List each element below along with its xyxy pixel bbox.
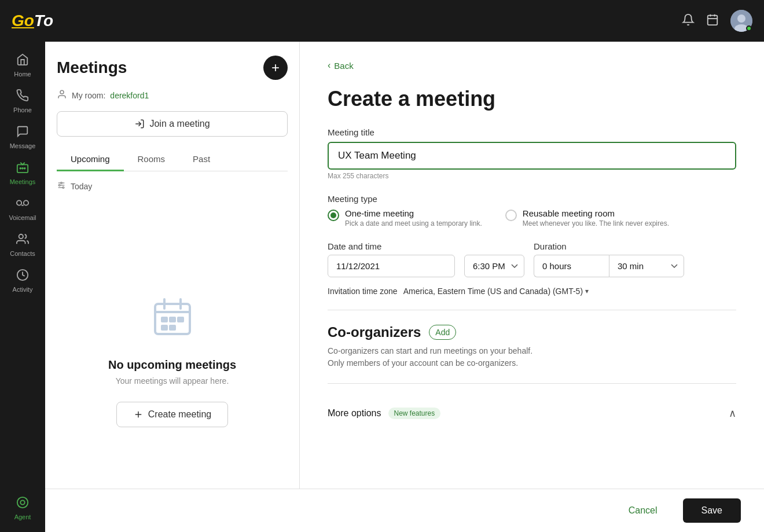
my-room-link[interactable]: derekford1 [110,91,149,100]
sidebar-item-message[interactable]: Message [0,119,45,155]
meeting-title-input[interactable] [328,142,736,170]
today-bar: Today [57,181,288,192]
timezone-label: Invitation time zone [328,287,398,296]
voicemail-icon [16,197,29,212]
sidebar-item-voicemail[interactable]: Voicemail [0,191,45,227]
time-select[interactable]: 6:30 PM 6:00 PM 7:00 PM 7:30 PM [464,255,524,277]
co-org-title: Co-organizers [328,324,421,340]
back-link[interactable]: ‹ Back [328,60,736,71]
more-options-chevron-icon[interactable]: ∧ [729,407,736,420]
svg-point-17 [20,500,24,504]
cancel-button[interactable]: Cancel [612,498,674,523]
timezone-value[interactable]: America, Eastern Time (US and Canada) (G… [403,287,589,296]
add-co-org-button[interactable]: Add [429,325,456,340]
more-options-row: More options New features ∧ [328,398,736,429]
datetime-label: Date and time [328,241,455,251]
svg-rect-36 [161,325,168,331]
empty-state: No upcoming meetings Your meetings will … [57,201,288,520]
svg-point-8 [20,168,21,169]
meeting-type-radio-group: One-time meeting Pick a date and meet us… [328,208,736,228]
calendar-icon[interactable] [706,13,719,29]
meeting-title-section: Meeting title Max 255 characters [328,127,736,180]
duration-label: Duration [534,241,684,251]
home-icon [16,53,29,68]
sidebar-item-label-home: Home [14,71,31,78]
divider-2 [328,383,736,384]
app-logo: GoTo [12,12,53,30]
save-button[interactable]: Save [683,498,741,523]
svg-point-9 [22,168,23,169]
svg-point-14 [19,234,23,239]
co-organizers-section: Co-organizers Add Co-organizers can star… [328,324,736,369]
svg-rect-33 [161,317,168,322]
activity-icon [16,269,29,284]
date-input[interactable] [328,255,455,277]
form-title: Create a meeting [328,87,736,111]
create-button-label: Create meeting [148,409,211,420]
svg-rect-35 [177,317,184,322]
hours-input[interactable] [534,255,609,277]
panel-title: Meetings [57,58,127,77]
time-select-wrap: 6:30 PM 6:00 PM 7:00 PM 7:30 PM [464,255,524,277]
time-group: 6:30 PM 6:00 PM 7:00 PM 7:30 PM [464,241,524,277]
radio-reusable-btn[interactable] [505,210,517,221]
left-panel: Meetings + My room: derekford1 Join a me… [45,42,300,532]
svg-point-28 [63,187,64,189]
tab-rooms[interactable]: Rooms [124,148,179,171]
svg-point-12 [24,200,28,205]
sidebar-item-label-voicemail: Voicemail [9,214,36,221]
svg-point-11 [17,200,21,205]
sidebar-item-contacts[interactable]: Contacts [0,227,45,263]
topbar-right [682,10,752,32]
duration-row: 30 min 0 min 15 min 45 min [534,255,684,277]
create-meeting-button[interactable]: Create meeting [116,402,228,427]
radio-one-time[interactable]: One-time meeting Pick a date and meet us… [328,208,482,228]
filter-icon [57,181,66,192]
new-features-badge: New features [388,408,441,419]
phone-icon [16,89,29,104]
sidebar-item-meetings[interactable]: Meetings [0,155,45,191]
sidebar-item-phone[interactable]: Phone [0,83,45,119]
right-panel: ‹ Back Create a meeting Meeting title Ma… [300,42,764,532]
datetime-section: Date and time 6:30 PM 6:00 PM 7:00 PM 7:… [328,241,736,296]
sidebar-item-activity[interactable]: Activity [0,263,45,299]
svg-point-26 [61,182,63,184]
sidebar-item-label-activity: Activity [13,286,33,293]
notification-icon[interactable] [682,13,695,29]
svg-point-27 [58,185,60,186]
radio-one-time-sub: Pick a date and meet using a temporary l… [345,219,482,228]
radio-reusable-sub: Meet whenever you like. The link never e… [523,219,669,228]
radio-one-time-btn[interactable] [328,210,339,221]
join-meeting-button[interactable]: Join a meeting [57,111,288,137]
my-room-icon [57,89,67,102]
add-meeting-button[interactable]: + [263,56,288,80]
avatar-wrap[interactable] [730,10,752,32]
duration-group: Duration 30 min 0 min 15 min 45 min [534,241,684,277]
contacts-icon [16,233,29,248]
min-select[interactable]: 30 min 0 min 15 min 45 min [609,255,684,277]
radio-one-time-text: One-time meeting Pick a date and meet us… [345,208,482,228]
svg-point-10 [24,168,25,169]
sidebar-item-label-contacts: Contacts [10,250,35,257]
datetime-row: Date and time 6:30 PM 6:00 PM 7:00 PM 7:… [328,241,736,277]
char-hint: Max 255 characters [328,172,736,180]
radio-reusable[interactable]: Reusable meeting room Meet whenever you … [505,208,669,228]
back-arrow-icon: ‹ [328,60,330,71]
sidebar-item-agent[interactable]: Agent [0,490,45,526]
radio-reusable-text: Reusable meeting room Meet whenever you … [523,208,669,228]
co-org-desc: Co-organizers can start and run meetings… [328,345,736,369]
timezone-row: Invitation time zone America, Eastern Ti… [328,287,736,296]
join-button-label: Join a meeting [149,119,210,129]
sidebar-item-label-phone: Phone [13,107,32,113]
divider-1 [328,310,736,310]
sidebar-item-home[interactable]: Home [0,47,45,83]
tab-past[interactable]: Past [179,148,224,171]
sidebar-item-label-meetings: Meetings [10,178,36,185]
time-spacer-label [464,241,524,251]
co-org-header: Co-organizers Add [328,324,736,340]
main-layout: Meetings + My room: derekford1 Join a me… [45,42,764,532]
sidebar-nav: Home Phone Message Meetings Voicemail Co… [0,42,45,532]
more-options-left: More options New features [328,408,440,419]
tabs-bar: Upcoming Rooms Past [57,148,288,171]
tab-upcoming[interactable]: Upcoming [57,148,124,171]
